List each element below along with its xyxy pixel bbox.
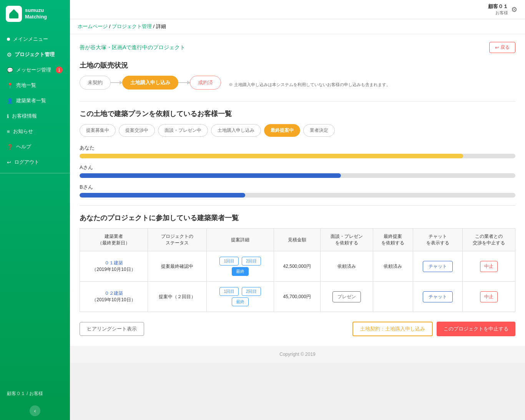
progress-you-bar-fill (80, 154, 463, 158)
builder-price-1: 45,700,000円 (274, 282, 320, 312)
progress-you-bar-bg (80, 154, 515, 158)
sidebar-item-notice[interactable]: ≡ お知らせ (0, 124, 70, 139)
filter-tab-5[interactable]: 業者決定 (303, 124, 335, 137)
builders-section-title: あなたのプロジェクトに参加している建築業者一覧 (80, 213, 515, 222)
prezen-button-1[interactable]: プレゼン (332, 291, 361, 302)
progress-b-bar-fill (80, 193, 245, 198)
th-builder: 建築業者（最終更新日） (80, 229, 148, 251)
svg-rect-0 (9, 14, 18, 18)
filter-tabs: 提案募集中 提案交渉中 面談・プレゼン中 土地購入申し込み 最終提案中 業者決定 (80, 124, 515, 137)
breadcrumb-bar: ホームページ / プロジェクト管理 / 詳細 (70, 19, 525, 34)
breadcrumb-sep2: / (153, 23, 156, 29)
th-meeting: 面談・プレゼンを依頼する (320, 229, 373, 251)
sidebar-collapse-button[interactable]: ‹ (30, 405, 40, 416)
top-bar: 顧客０１ お客様 ⚙ (70, 0, 525, 19)
builder-name-1: ０２建築 （2019年10月10日） (80, 282, 148, 312)
progress-you-label: あなた (80, 144, 515, 151)
message-badge: 1 (56, 66, 63, 73)
builder-final-1 (373, 282, 413, 312)
hearing-sheet-button[interactable]: ヒアリングシート表示 (80, 322, 144, 336)
builder-name-0: ０１建築 （2019年10月10日） (80, 251, 148, 282)
filter-tab-0[interactable]: 提案募集中 (80, 124, 116, 137)
table-row: ０１建築 （2019年10月10日） 提案最終確認中 1回目 2回目 最終 42… (80, 251, 515, 282)
back-arrow-icon: ↩ (495, 45, 499, 50)
sidebar-item-sale-list[interactable]: 📍 売地一覧 (0, 78, 70, 93)
land-status-flow: 未契約 土地購入申し込み 成約済 (80, 76, 221, 90)
builder-stop-0: 中止 (462, 251, 515, 282)
filter-tab-3[interactable]: 土地購入申し込み (211, 124, 261, 137)
builder-chat-0: チャット (413, 251, 463, 282)
folder-icon: ⊙ (7, 51, 12, 58)
table-row: ０２建築 （2019年10月10日） 提案中（２回目） 1回目 2回目 最終 4… (80, 282, 515, 312)
land-contract-button[interactable]: 土地契約：土地購入申し込み (352, 322, 433, 336)
status-step-1: 土地購入申し込み (122, 76, 178, 90)
content-wrapper: ホームページ / プロジェクト管理 / 詳細 善が谷大塚・区画Aで進行中のプロジ… (70, 19, 525, 346)
th-price: 見積金額 (274, 229, 320, 251)
sidebar: sumuzu Matching メインメニュー ⊙ プロジェクト管理 💬 メッセ… (0, 0, 70, 420)
land-status-note: ※ 土地購入申し込みは本システムを利用していないお客様の申し込みも含まれます。 (229, 82, 390, 88)
proposal-btn-final-0[interactable]: 最終 (232, 267, 249, 276)
builder-final-0: 依頼済み (373, 251, 413, 282)
sidebar-item-builder-list[interactable]: 👤 建築業者一覧 (0, 93, 70, 108)
status-arrow-0 (111, 82, 122, 83)
sidebar-item-help[interactable]: ❓ ヘルプ (0, 139, 70, 154)
builder-stop-1: 中止 (462, 282, 515, 312)
builder-link-1[interactable]: ０２建築 (105, 291, 123, 296)
land-status-title: 土地の販売状況 (80, 61, 515, 70)
back-button[interactable]: ↩ 戻る (489, 42, 515, 53)
footer: Copyright © 2019 (70, 346, 525, 363)
message-icon: 💬 (7, 67, 13, 73)
stop-button-1[interactable]: 中止 (480, 291, 498, 302)
builder-price-0: 42,500,000円 (274, 251, 320, 282)
status-step-2: 成約済 (190, 76, 221, 90)
progress-a-label: Aさん (80, 164, 515, 171)
th-stop: この業者との交渉を中止する (462, 229, 515, 251)
chat-button-1[interactable]: チャット (423, 291, 453, 302)
breadcrumb-project[interactable]: プロジェクト管理 (112, 23, 152, 29)
progress-a-bar-bg (80, 173, 515, 178)
filter-tab-4[interactable]: 最終提案中 (264, 124, 300, 137)
sidebar-user-label: 顧客０１ / お客様 (0, 386, 70, 402)
logout-icon: ↩ (7, 159, 11, 165)
copyright-text: Copyright © 2019 (279, 352, 316, 357)
builder-proposals-1: 1回目 2回目 最終 (207, 282, 274, 312)
sidebar-nav: メインメニュー ⊙ プロジェクト管理 💬 メッセージ管理 1 📍 売地一覧 👤 … (0, 32, 70, 170)
th-chat: チャットを表示する (413, 229, 463, 251)
info-icon: ℹ (7, 113, 9, 119)
proposal-btn-1st-1[interactable]: 1回目 (219, 287, 239, 296)
sidebar-item-customer-info[interactable]: ℹ お客様情報 (0, 108, 70, 124)
sidebar-item-message-mgmt[interactable]: 💬 メッセージ管理 1 (0, 62, 70, 78)
stop-project-button[interactable]: このプロジェクトを中止する (437, 322, 515, 336)
filter-tab-2[interactable]: 面談・プレゼン中 (158, 124, 208, 137)
pin-icon: 📍 (7, 83, 13, 88)
builders-table: 建築業者（最終更新日） プロジェクトのステータス 提案詳細 見積金額 面談・プレ… (80, 228, 515, 312)
sidebar-item-project-mgmt[interactable]: ⊙ プロジェクト管理 (0, 47, 70, 62)
logo-icon (6, 6, 22, 22)
proposal-btn-2nd-1[interactable]: 2回目 (242, 287, 261, 296)
customers-section: この土地で建築プランを依頼しているお客様一覧 提案募集中 提案交渉中 面談・プレ… (80, 109, 515, 198)
right-actions: 土地契約：土地購入申し込み このプロジェクトを中止する (352, 322, 515, 336)
th-status: プロジェクトのステータス (148, 229, 206, 251)
th-proposal: 提案詳細 (207, 229, 274, 251)
chat-button-0[interactable]: チャット (423, 261, 453, 272)
progress-a-bar-fill (80, 173, 341, 178)
proposal-btn-2nd-0[interactable]: 2回目 (242, 257, 261, 266)
help-icon: ❓ (7, 144, 13, 150)
builder-link-0[interactable]: ０１建築 (105, 260, 123, 266)
project-title-link[interactable]: 善が谷大塚・区画Aで進行中のプロジェクト (80, 44, 185, 51)
breadcrumb-home[interactable]: ホームページ (78, 23, 108, 29)
sidebar-item-logout[interactable]: ↩ ログアウト (0, 154, 70, 170)
sidebar-collapse-area: ‹ (0, 402, 70, 420)
proposal-btn-final-1[interactable]: 最終 (232, 297, 249, 306)
notice-icon: ≡ (7, 129, 10, 134)
project-title-bar: 善が谷大塚・区画Aで進行中のプロジェクト ↩ 戻る (80, 42, 515, 53)
sidebar-item-main-menu[interactable]: メインメニュー (0, 32, 70, 47)
builder-status-0: 提案最終確認中 (148, 251, 206, 282)
proposal-btn-1st-0[interactable]: 1回目 (219, 257, 239, 266)
progress-you: あなた (80, 144, 515, 158)
settings-icon[interactable]: ⚙ (511, 5, 517, 14)
filter-tab-1[interactable]: 提案交渉中 (119, 124, 155, 137)
stop-button-0[interactable]: 中止 (480, 261, 498, 272)
status-step-0: 未契約 (80, 76, 111, 90)
bottom-actions: ヒアリングシート表示 土地契約：土地購入申し込み このプロジェクトを中止する (80, 320, 515, 336)
